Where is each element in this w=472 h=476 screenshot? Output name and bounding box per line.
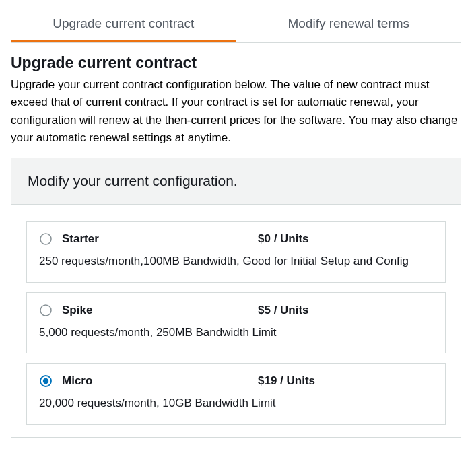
option-description: 5,000 requests/month, 250MB Bandwidth Li… bbox=[39, 324, 433, 341]
tab-upgrade-contract[interactable]: Upgrade current contract bbox=[11, 5, 236, 42]
option-price: $0 / Units bbox=[258, 232, 433, 246]
radio-icon[interactable] bbox=[39, 232, 53, 246]
page-title: Upgrade current contract bbox=[11, 54, 461, 72]
option-row: Micro $19 / Units bbox=[39, 374, 433, 388]
option-name: Micro bbox=[62, 374, 258, 388]
radio-icon[interactable] bbox=[39, 304, 53, 317]
option-name: Starter bbox=[62, 232, 258, 246]
option-row: Starter $0 / Units bbox=[39, 232, 433, 246]
config-panel-header: Modify your current configuration. bbox=[11, 158, 461, 205]
tabs-container: Upgrade current contract Modify renewal … bbox=[11, 5, 461, 43]
tab-modify-renewal[interactable]: Modify renewal terms bbox=[236, 5, 462, 42]
svg-point-0 bbox=[40, 234, 51, 244]
option-description: 250 requests/month,100MB Bandwidth, Good… bbox=[39, 252, 433, 270]
radio-icon[interactable] bbox=[39, 374, 53, 388]
option-card-spike[interactable]: Spike $5 / Units 5,000 requests/month, 2… bbox=[26, 292, 446, 354]
page-description: Upgrade your current contract configurat… bbox=[11, 76, 461, 147]
option-price: $19 / Units bbox=[258, 374, 433, 388]
svg-point-3 bbox=[43, 378, 48, 384]
options-container: Starter $0 / Units 250 requests/month,10… bbox=[11, 205, 461, 437]
config-panel: Modify your current configuration. Start… bbox=[11, 158, 461, 438]
svg-point-1 bbox=[40, 305, 51, 316]
option-card-starter[interactable]: Starter $0 / Units 250 requests/month,10… bbox=[26, 221, 446, 283]
option-card-micro[interactable]: Micro $19 / Units 20,000 requests/month,… bbox=[26, 363, 446, 425]
option-row: Spike $5 / Units bbox=[39, 304, 433, 317]
option-name: Spike bbox=[62, 304, 258, 317]
option-price: $5 / Units bbox=[258, 304, 433, 317]
option-description: 20,000 requests/month, 10GB Bandwidth Li… bbox=[39, 395, 433, 412]
